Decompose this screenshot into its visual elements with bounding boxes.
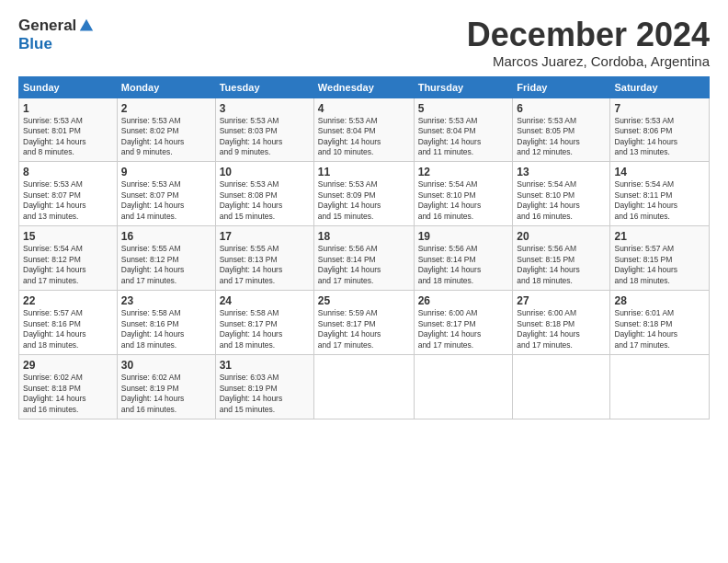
calendar-cell: 23Sunrise: 5:58 AM Sunset: 8:16 PM Dayli… <box>117 291 215 355</box>
day-info: Sunrise: 5:53 AM Sunset: 8:04 PM Dayligh… <box>418 116 509 158</box>
day-info: Sunrise: 5:53 AM Sunset: 8:01 PM Dayligh… <box>23 116 113 158</box>
calendar-cell: 1Sunrise: 5:53 AM Sunset: 8:01 PM Daylig… <box>19 98 118 162</box>
calendar-cell: 10Sunrise: 5:53 AM Sunset: 8:08 PM Dayli… <box>215 162 313 226</box>
day-info: Sunrise: 6:03 AM Sunset: 8:19 PM Dayligh… <box>220 373 310 415</box>
calendar-cell: 8Sunrise: 5:53 AM Sunset: 8:07 PM Daylig… <box>19 162 118 226</box>
calendar-cell: 17Sunrise: 5:55 AM Sunset: 8:13 PM Dayli… <box>215 226 313 291</box>
header-cell-friday: Friday <box>513 76 610 98</box>
day-number: 31 <box>220 359 310 372</box>
day-info: Sunrise: 5:56 AM Sunset: 8:15 PM Dayligh… <box>517 244 606 286</box>
day-number: 10 <box>220 166 310 178</box>
day-number: 7 <box>614 102 705 115</box>
calendar-cell: 6Sunrise: 5:53 AM Sunset: 8:05 PM Daylig… <box>513 98 610 162</box>
page: General Blue December 2024 Marcos Juarez… <box>0 0 728 563</box>
day-info: Sunrise: 5:53 AM Sunset: 8:04 PM Dayligh… <box>318 116 410 158</box>
day-number: 6 <box>517 102 606 115</box>
day-number: 1 <box>23 102 113 115</box>
day-info: Sunrise: 6:00 AM Sunset: 8:17 PM Dayligh… <box>418 308 509 350</box>
calendar-cell: 18Sunrise: 5:56 AM Sunset: 8:14 PM Dayli… <box>313 226 414 291</box>
day-info: Sunrise: 5:55 AM Sunset: 8:13 PM Dayligh… <box>220 244 310 286</box>
day-info: Sunrise: 5:58 AM Sunset: 8:16 PM Dayligh… <box>121 308 211 350</box>
day-info: Sunrise: 5:54 AM Sunset: 8:12 PM Dayligh… <box>23 244 113 286</box>
day-info: Sunrise: 5:54 AM Sunset: 8:11 PM Dayligh… <box>614 179 705 222</box>
day-info: Sunrise: 5:53 AM Sunset: 8:07 PM Dayligh… <box>121 179 211 222</box>
calendar-row-2: 8Sunrise: 5:53 AM Sunset: 8:07 PM Daylig… <box>19 162 710 226</box>
day-number: 13 <box>517 166 606 178</box>
day-info: Sunrise: 5:53 AM Sunset: 8:06 PM Dayligh… <box>614 116 705 158</box>
title-area: December 2024 Marcos Juarez, Cordoba, Ar… <box>467 17 710 69</box>
calendar-cell: 31Sunrise: 6:03 AM Sunset: 8:19 PM Dayli… <box>215 355 313 419</box>
day-number: 8 <box>23 166 113 178</box>
calendar-cell: 26Sunrise: 6:00 AM Sunset: 8:17 PM Dayli… <box>414 291 513 355</box>
calendar-cell: 12Sunrise: 5:54 AM Sunset: 8:10 PM Dayli… <box>414 162 513 226</box>
day-number: 9 <box>121 166 211 178</box>
logo-blue-text: Blue <box>18 35 52 53</box>
calendar-cell: 24Sunrise: 5:58 AM Sunset: 8:17 PM Dayli… <box>215 291 313 355</box>
header-cell-saturday: Saturday <box>610 76 710 98</box>
day-number: 25 <box>318 294 410 307</box>
calendar-cell: 11Sunrise: 5:53 AM Sunset: 8:09 PM Dayli… <box>313 162 414 226</box>
header-cell-tuesday: Tuesday <box>215 76 313 98</box>
header-cell-wednesday: Wednesday <box>313 76 414 98</box>
calendar-cell: 3Sunrise: 5:53 AM Sunset: 8:03 PM Daylig… <box>215 98 313 162</box>
day-number: 15 <box>23 230 113 243</box>
calendar-cell: 27Sunrise: 6:00 AM Sunset: 8:18 PM Dayli… <box>513 291 610 355</box>
calendar-row-1: 1Sunrise: 5:53 AM Sunset: 8:01 PM Daylig… <box>19 98 710 162</box>
day-info: Sunrise: 5:53 AM Sunset: 8:03 PM Dayligh… <box>220 116 310 158</box>
day-number: 4 <box>318 102 410 115</box>
day-number: 28 <box>614 294 705 307</box>
calendar-cell: 4Sunrise: 5:53 AM Sunset: 8:04 PM Daylig… <box>313 98 414 162</box>
calendar-cell: 9Sunrise: 5:53 AM Sunset: 8:07 PM Daylig… <box>117 162 215 226</box>
day-number: 12 <box>418 166 509 178</box>
day-info: Sunrise: 6:00 AM Sunset: 8:18 PM Dayligh… <box>517 308 606 350</box>
day-number: 2 <box>121 102 211 115</box>
header: General Blue December 2024 Marcos Juarez… <box>18 17 710 69</box>
day-number: 21 <box>614 230 705 243</box>
header-cell-thursday: Thursday <box>414 76 513 98</box>
day-info: Sunrise: 5:58 AM Sunset: 8:17 PM Dayligh… <box>220 308 310 350</box>
day-info: Sunrise: 5:53 AM Sunset: 8:09 PM Dayligh… <box>318 179 410 222</box>
month-title: December 2024 <box>467 17 710 53</box>
calendar-cell: 5Sunrise: 5:53 AM Sunset: 8:04 PM Daylig… <box>414 98 513 162</box>
calendar-cell: 14Sunrise: 5:54 AM Sunset: 8:11 PM Dayli… <box>610 162 710 226</box>
day-info: Sunrise: 5:56 AM Sunset: 8:14 PM Dayligh… <box>418 244 509 286</box>
calendar-cell: 16Sunrise: 5:55 AM Sunset: 8:12 PM Dayli… <box>117 226 215 291</box>
day-number: 11 <box>318 166 410 178</box>
day-info: Sunrise: 5:53 AM Sunset: 8:02 PM Dayligh… <box>121 116 211 158</box>
day-info: Sunrise: 6:01 AM Sunset: 8:18 PM Dayligh… <box>614 308 705 350</box>
calendar-table: SundayMondayTuesdayWednesdayThursdayFrid… <box>18 76 710 419</box>
day-number: 23 <box>121 294 211 307</box>
header-row: SundayMondayTuesdayWednesdayThursdayFrid… <box>19 76 710 98</box>
day-info: Sunrise: 5:54 AM Sunset: 8:10 PM Dayligh… <box>517 179 606 222</box>
day-info: Sunrise: 5:59 AM Sunset: 8:17 PM Dayligh… <box>318 308 410 350</box>
day-number: 27 <box>517 294 606 307</box>
calendar-cell: 13Sunrise: 5:54 AM Sunset: 8:10 PM Dayli… <box>513 162 610 226</box>
calendar-row-4: 22Sunrise: 5:57 AM Sunset: 8:16 PM Dayli… <box>19 291 710 355</box>
calendar-cell <box>414 355 513 419</box>
svg-marker-0 <box>80 19 93 31</box>
logo-icon <box>78 17 95 34</box>
day-info: Sunrise: 5:57 AM Sunset: 8:16 PM Dayligh… <box>23 308 113 350</box>
day-number: 30 <box>121 359 211 372</box>
day-number: 5 <box>418 102 509 115</box>
day-number: 29 <box>23 359 113 372</box>
calendar-cell: 21Sunrise: 5:57 AM Sunset: 8:15 PM Dayli… <box>610 226 710 291</box>
calendar-cell: 20Sunrise: 5:56 AM Sunset: 8:15 PM Dayli… <box>513 226 610 291</box>
calendar-cell <box>610 355 710 419</box>
calendar-cell: 30Sunrise: 6:02 AM Sunset: 8:19 PM Dayli… <box>117 355 215 419</box>
day-info: Sunrise: 5:53 AM Sunset: 8:05 PM Dayligh… <box>517 116 606 158</box>
day-info: Sunrise: 5:53 AM Sunset: 8:08 PM Dayligh… <box>220 179 310 222</box>
day-number: 17 <box>220 230 310 243</box>
calendar-cell: 7Sunrise: 5:53 AM Sunset: 8:06 PM Daylig… <box>610 98 710 162</box>
day-info: Sunrise: 5:54 AM Sunset: 8:10 PM Dayligh… <box>418 179 509 222</box>
day-number: 26 <box>418 294 509 307</box>
day-info: Sunrise: 6:02 AM Sunset: 8:18 PM Dayligh… <box>23 373 113 415</box>
calendar-cell: 29Sunrise: 6:02 AM Sunset: 8:18 PM Dayli… <box>19 355 118 419</box>
calendar-cell: 2Sunrise: 5:53 AM Sunset: 8:02 PM Daylig… <box>117 98 215 162</box>
calendar-row-5: 29Sunrise: 6:02 AM Sunset: 8:18 PM Dayli… <box>19 355 710 419</box>
day-number: 24 <box>220 294 310 307</box>
header-cell-sunday: Sunday <box>19 76 118 98</box>
logo: General Blue <box>18 17 95 53</box>
day-number: 19 <box>418 230 509 243</box>
calendar-cell: 19Sunrise: 5:56 AM Sunset: 8:14 PM Dayli… <box>414 226 513 291</box>
